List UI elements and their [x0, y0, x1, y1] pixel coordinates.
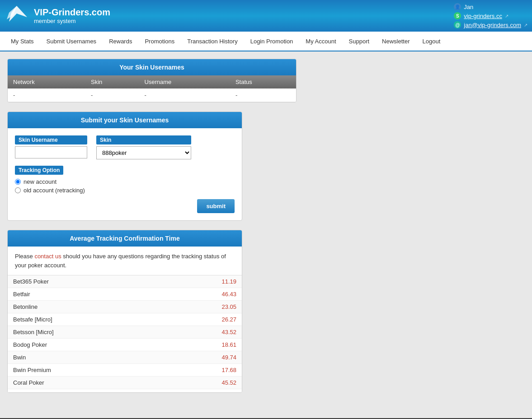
tracking-table-row: Betfair46.43: [8, 288, 242, 301]
submit-button[interactable]: submit: [197, 199, 235, 213]
nav-transaction-history[interactable]: Transaction History: [181, 33, 244, 49]
radio-old-label: old account (retracking): [24, 187, 85, 194]
tracking-row-value: 26.27: [164, 313, 242, 326]
tracking-row-value: 46.43: [164, 288, 242, 301]
nav-my-account[interactable]: My Account: [299, 33, 342, 49]
tracking-row-name: Bwin: [8, 351, 164, 364]
nav-newsletter[interactable]: Newsletter: [376, 33, 416, 49]
tracking-row-name: Betonline: [8, 301, 164, 313]
skin-select[interactable]: 888poker PokerStars PartyPoker Betfair B…: [96, 146, 191, 159]
contact-us-link[interactable]: contact us: [34, 253, 61, 260]
cell-status: -: [230, 88, 296, 102]
nav-login-promotion[interactable]: Login Promotion: [244, 33, 300, 49]
submit-form-panel: Submit your Skin Usernames Skin Username…: [7, 112, 242, 221]
logo-bird-icon: [5, 4, 29, 28]
skin-usernames-panel: Your Skin Usernames Network Skin Usernam…: [7, 59, 297, 102]
radio-old-input[interactable]: [15, 187, 21, 193]
email-icon: @: [454, 21, 461, 28]
tracking-table: Bet365 Poker11.19Betfair46.43Betonline23…: [8, 275, 242, 392]
user-email-item[interactable]: @ jan@vip-grinders.com ↗: [454, 21, 527, 28]
radio-new-account[interactable]: new account: [15, 178, 235, 185]
tracking-panel: Average Tracking Confirmation Time Pleas…: [7, 230, 242, 393]
skin-group: Skin 888poker PokerStars PartyPoker Betf…: [96, 135, 191, 159]
tracking-row-value: 18.61: [164, 339, 242, 351]
col-status: Status: [230, 75, 296, 88]
tracking-description: Please contact us should you have any qu…: [8, 247, 242, 275]
skin-label: Skin: [96, 135, 191, 144]
tracking-table-row: Betsson [Micro]43.52: [8, 326, 242, 339]
user-site-item[interactable]: S vip-grinders.cc ↗: [454, 12, 508, 19]
nav-submit-usernames[interactable]: Submit Usernames: [40, 33, 103, 49]
cell-skin: -: [85, 88, 139, 102]
cell-username: -: [139, 88, 230, 102]
tracking-row-value: 45.52: [164, 377, 242, 389]
tracking-option-label: Tracking Option: [15, 166, 63, 175]
tracking-panel-title: Average Tracking Confirmation Time: [8, 230, 242, 247]
tracking-table-row: Betsafe [Micro]26.27: [8, 313, 242, 326]
nav-support[interactable]: Support: [343, 33, 376, 49]
site-icon: S: [454, 12, 461, 19]
submit-form-title: Submit your Skin Usernames: [8, 112, 242, 128]
user-name-item: 👤 Jan: [454, 3, 473, 10]
main-content: Your Skin Usernames Network Skin Usernam…: [0, 51, 532, 409]
site-tagline: member system: [34, 18, 110, 24]
tracking-radio-group: new account old account (retracking): [15, 178, 235, 194]
site-name: VIP-Grinders.com: [34, 7, 110, 18]
user-info: 👤 Jan S vip-grinders.cc ↗ @ jan@vip-grin…: [454, 3, 527, 28]
tracking-row-name: Bwin Premium: [8, 364, 164, 377]
tracking-row-name: Bet365 Poker: [8, 275, 164, 288]
nav-promotions[interactable]: Promotions: [138, 33, 181, 49]
table-row: - - - -: [8, 88, 296, 102]
user-name: Jan: [464, 4, 473, 10]
tracking-table-container[interactable]: Bet365 Poker11.19Betfair46.43Betonline23…: [8, 275, 242, 392]
radio-new-label: new account: [24, 178, 56, 185]
tracking-row-value: 43.52: [164, 326, 242, 339]
external-link-icon2: ↗: [524, 23, 527, 28]
tracking-table-row: Eurobet.it25.6: [8, 389, 242, 393]
tracking-row-name: Eurobet.it: [8, 389, 164, 393]
tracking-row-value: 17.68: [164, 364, 242, 377]
skin-username-group: Skin Username: [15, 135, 87, 159]
tracking-table-row: Bwin49.74: [8, 351, 242, 364]
radio-new-input[interactable]: [15, 179, 21, 185]
tracking-row-value: 23.05: [164, 301, 242, 313]
col-network: Network: [8, 75, 85, 88]
nav-logout[interactable]: Logout: [416, 33, 447, 49]
tracking-table-row: Betonline23.05: [8, 301, 242, 313]
nav-my-stats[interactable]: My Stats: [5, 33, 40, 49]
radio-old-account[interactable]: old account (retracking): [15, 187, 235, 194]
external-link-icon: ↗: [505, 14, 508, 19]
skin-username-input[interactable]: [15, 146, 87, 158]
form-inputs-row: Skin Username Skin 888poker PokerStars P…: [15, 135, 235, 159]
skin-usernames-body: Network Skin Username Status - - - -: [8, 75, 296, 102]
main-nav: My Stats Submit Usernames Rewards Promot…: [0, 32, 532, 51]
tracking-row-name: Betsafe [Micro]: [8, 313, 164, 326]
tracking-table-row: Bwin Premium17.68: [8, 364, 242, 377]
user-email[interactable]: jan@vip-grinders.com: [464, 22, 521, 28]
skin-username-label: Skin Username: [15, 135, 87, 144]
tracking-row-name: Betfair: [8, 288, 164, 301]
user-icon: 👤: [454, 3, 461, 10]
tracking-row-name: Bodog Poker: [8, 339, 164, 351]
tracking-table-row: Bet365 Poker11.19: [8, 275, 242, 288]
tracking-table-row: Coral Poker45.52: [8, 377, 242, 389]
tracking-option-section: Tracking Option new account old account …: [15, 166, 235, 194]
nav-rewards[interactable]: Rewards: [103, 33, 138, 49]
skin-usernames-title: Your Skin Usernames: [8, 59, 296, 75]
logo: VIP-Grinders.com member system: [5, 4, 110, 28]
tracking-row-value: 25.6: [164, 389, 242, 393]
col-skin: Skin: [85, 75, 139, 88]
submit-form-body: Skin Username Skin 888poker PokerStars P…: [8, 128, 242, 220]
cell-network: -: [8, 88, 85, 102]
submit-row: submit: [15, 199, 235, 213]
table-header-row: Network Skin Username Status: [8, 75, 296, 88]
tracking-row-value: 11.19: [164, 275, 242, 288]
skin-usernames-table: Network Skin Username Status - - - -: [8, 75, 296, 102]
tracking-row-value: 49.74: [164, 351, 242, 364]
site-header: VIP-Grinders.com member system 👤 Jan S v…: [0, 0, 532, 32]
col-username: Username: [139, 75, 230, 88]
tracking-table-row: Bodog Poker18.61: [8, 339, 242, 351]
tracking-row-name: Coral Poker: [8, 377, 164, 389]
tracking-row-name: Betsson [Micro]: [8, 326, 164, 339]
user-site-link[interactable]: vip-grinders.cc: [464, 13, 502, 19]
